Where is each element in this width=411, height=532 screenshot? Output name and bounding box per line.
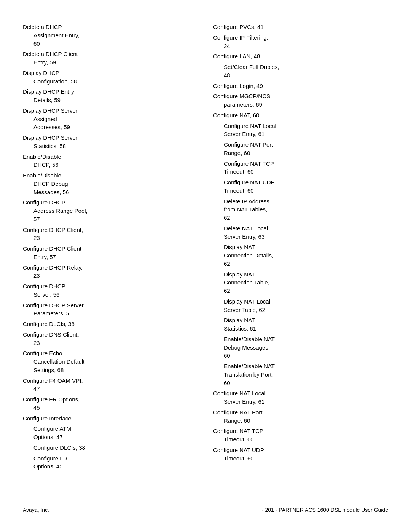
list-item: Configure NAT LocalServer Entry, 61	[213, 122, 388, 139]
list-item: Configure NAT, 60	[213, 111, 388, 120]
left-column: Delete a DHCPAssignment Entry,60Delete a…	[23, 23, 198, 480]
right-column: Configure PVCs, 41Configure IP Filtering…	[213, 23, 388, 480]
list-item: Delete a DHCP ClientEntry, 59	[23, 50, 198, 67]
list-item: Configure DHCP Relay,23	[23, 264, 198, 280]
list-item: Configure DLCIs, 38	[23, 320, 198, 328]
list-item: Configure NAT LocalServer Entry, 61	[213, 389, 388, 406]
list-item: Configure Interface	[23, 414, 198, 423]
list-item: Delete NAT LocalServer Entry, 63	[213, 224, 388, 241]
list-item: Display DHCP ServerStatistics, 58	[23, 134, 198, 150]
list-item: Enable/DisableDHCP, 56	[23, 153, 198, 169]
list-item: Enable/Disable NATTranslation by Port,60	[213, 362, 388, 387]
list-item: Configure DLCIs, 38	[23, 444, 198, 452]
columns-wrapper: Delete a DHCPAssignment Entry,60Delete a…	[0, 15, 411, 503]
list-item: Configure EchoCancellation DefaultSettin…	[23, 349, 198, 374]
list-item: Configure DHCP Client,23	[23, 226, 198, 243]
list-item: Configure NAT PortRange, 60	[213, 408, 388, 425]
list-item: Display NAT LocalServer Table, 62	[213, 297, 388, 314]
page: Delete a DHCPAssignment Entry,60Delete a…	[0, 0, 411, 532]
list-item: Configure PVCs, 41	[213, 23, 388, 31]
list-item: Display NATConnection Table,62	[213, 270, 388, 295]
list-item: Delete a DHCPAssignment Entry,60	[23, 23, 198, 48]
footer: Avaya, Inc. - 201 - PARTNER ACS 1600 DSL…	[0, 503, 411, 517]
list-item: Display NATConnection Details,62	[213, 243, 388, 268]
list-item: Display DHCPConfiguration, 58	[23, 69, 198, 86]
list-item: Configure DHCP ServerParameters, 56	[23, 301, 198, 318]
list-item: Configure MGCP/NCSparameters, 69	[213, 92, 388, 109]
list-item: Configure DNS Client,23	[23, 331, 198, 347]
list-item: Configure FROptions, 45	[23, 454, 198, 471]
list-item: Configure DHCPServer, 56	[23, 282, 198, 299]
list-item: Configure FR Options,45	[23, 395, 198, 412]
list-item: Configure ATMOptions, 47	[23, 425, 198, 441]
list-item: Configure NAT PortRange, 60	[213, 141, 388, 157]
list-item: Configure Login, 49	[213, 82, 388, 90]
list-item: Configure NAT TCPTimeout, 60	[213, 427, 388, 444]
list-item: Configure DHCPAddress Range Pool,57	[23, 198, 198, 223]
list-item: Configure NAT UDPTimeout, 60	[213, 178, 388, 195]
list-item: Set/Clear Full Duplex,48	[213, 63, 388, 80]
list-item: Configure NAT UDPTimeout, 60	[213, 446, 388, 463]
list-item: Display DHCP EntryDetails, 59	[23, 88, 198, 104]
list-item: Display DHCP ServerAssignedAddresses, 59	[23, 107, 198, 131]
list-item: Configure LAN, 48	[213, 52, 388, 61]
list-item: Delete IP Addressfrom NAT Tables,62	[213, 197, 388, 222]
list-item: Configure NAT TCPTimeout, 60	[213, 160, 388, 176]
footer-center: - 201 - PARTNER ACS 1600 DSL module User…	[262, 507, 388, 513]
list-item: Configure IP Filtering,24	[213, 34, 388, 50]
list-item: Display NATStatistics, 61	[213, 316, 388, 333]
list-item: Configure DHCP ClientEntry, 57	[23, 244, 198, 261]
list-item: Enable/DisableDHCP DebugMessages, 56	[23, 171, 198, 196]
list-item: Enable/Disable NATDebug Messages,60	[213, 335, 388, 360]
list-item: Configure F4 OAM VPI,47	[23, 377, 198, 393]
footer-left: Avaya, Inc.	[23, 507, 49, 513]
